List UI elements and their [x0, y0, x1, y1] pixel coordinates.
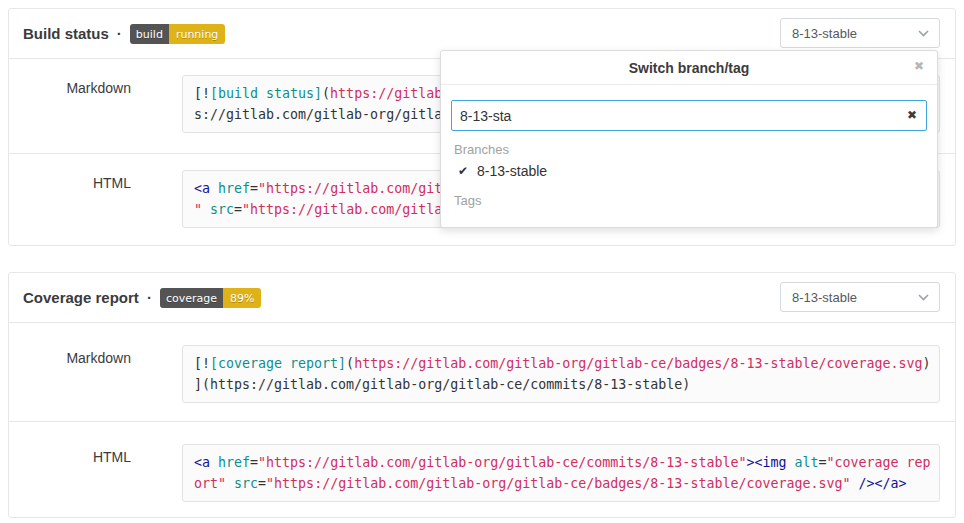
branch-item-label: 8-13-stable [477, 163, 547, 179]
popup-header: Switch branch/tag ✖ [441, 51, 937, 85]
popup-title: Switch branch/tag [629, 60, 750, 76]
badge-label: coverage [160, 288, 223, 308]
html-label: HTML [9, 444, 131, 502]
branch-selector-value: 8-13-stable [792, 26, 857, 41]
html-row: HTML <a href="https://gitlab.com/gitlab-… [9, 421, 955, 520]
title-separator: · [147, 289, 152, 306]
badge-value: 89% [223, 288, 261, 308]
coverage-report-panel: Coverage report · coverage 89% 8-13-stab… [8, 272, 956, 518]
coverage-report-header: Coverage report · coverage 89% 8-13-stab… [9, 273, 955, 323]
badge-value: running [169, 24, 225, 44]
markdown-label: Markdown [9, 345, 131, 403]
tags-section-header: Tags [454, 193, 927, 208]
html-label: HTML [9, 170, 131, 228]
badge-label: build [130, 24, 169, 44]
branch-search: ✖ [451, 100, 927, 131]
chevron-down-icon [918, 30, 929, 37]
branch-selector-dropdown[interactable]: 8-13-stable [780, 18, 940, 48]
html-code-snippet: <a href="https://gitlab.com/gitlab-org/g… [182, 444, 940, 502]
close-icon[interactable]: ✖ [914, 60, 924, 72]
clear-search-icon[interactable]: ✖ [907, 109, 917, 121]
markdown-label: Markdown [9, 75, 131, 133]
coverage-badge: coverage 89% [160, 288, 262, 308]
build-status-badge: build running [130, 24, 226, 44]
chevron-down-icon [918, 294, 929, 301]
branch-selector-dropdown[interactable]: 8-13-stable [780, 282, 940, 312]
check-icon: ✔ [458, 164, 468, 178]
popup-body: ✖ Branches ✔ 8-13-stable Tags [441, 85, 937, 208]
branch-search-input[interactable] [451, 100, 927, 131]
panel-title: Coverage report [23, 289, 139, 306]
branches-section-header: Branches [454, 142, 927, 157]
title-separator: · [117, 25, 122, 42]
markdown-row: Markdown [![coverage report](https://git… [9, 323, 955, 421]
panel-title: Build status [23, 25, 109, 42]
switch-branch-popup: Switch branch/tag ✖ ✖ Branches ✔ 8-13-st… [440, 50, 938, 228]
markdown-code-snippet: [![coverage report](https://gitlab.com/g… [182, 345, 940, 403]
branch-item-8-13-stable[interactable]: ✔ 8-13-stable [451, 160, 927, 182]
branch-selector-value: 8-13-stable [792, 290, 857, 305]
